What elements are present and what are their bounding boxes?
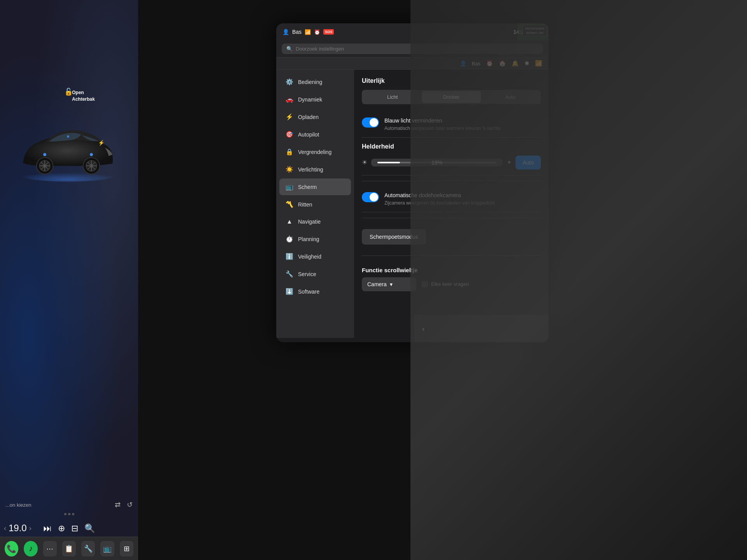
page-dots: [64, 513, 74, 515]
scroll-dropdown-value: Camera: [367, 281, 387, 287]
settings-sidebar: ⚙️ Bediening 🚗 Dynamiek ⚡ Opladen 🎯 Auto…: [276, 70, 354, 338]
workshop-background: [410, 0, 747, 560]
sidebar-item-service[interactable]: 🔧 Service: [279, 266, 351, 282]
open-trunk-label[interactable]: OpenAchterbak: [72, 89, 95, 103]
blue-light-toggle[interactable]: [362, 117, 379, 128]
bediening-label: Bediening: [298, 79, 322, 85]
phone-app-icon[interactable]: 📞: [5, 541, 18, 556]
temp-increase-button[interactable]: ›: [29, 524, 32, 532]
search-icon: 🔍: [286, 46, 293, 52]
software-label: Software: [298, 289, 319, 295]
blind-spot-knob: [370, 193, 378, 201]
spotify-app-icon[interactable]: ♪: [24, 541, 37, 556]
car-image: ⚡: [12, 109, 124, 187]
sidebar-item-software[interactable]: ⬇️ Software: [279, 283, 351, 300]
svg-point-17: [90, 153, 93, 156]
navigatie-icon: ▲: [286, 218, 293, 225]
header-user-name: Bas: [292, 29, 302, 35]
screen-app-icon[interactable]: 📺: [100, 541, 114, 556]
temp-decrease-button[interactable]: ‹: [4, 524, 6, 532]
dynamiek-label: Dynamiek: [298, 96, 322, 103]
header-wifi-icon: 📶: [305, 29, 311, 35]
temperature-display: ‹ 19.0 ›: [4, 523, 32, 534]
tiles-app-icon[interactable]: ⊞: [120, 541, 133, 556]
temperature-value: 19.0: [9, 523, 27, 534]
sidebar-item-vergrendeling[interactable]: 🔒 Vergrendeling: [279, 144, 351, 160]
verlichting-label: Verlichting: [298, 166, 323, 173]
equalizer-button[interactable]: ⊟: [71, 523, 78, 534]
sidebar-item-scherm[interactable]: 📺 Scherm: [279, 178, 351, 195]
media-source-label[interactable]: ...on kiezen: [5, 502, 32, 508]
dropdown-arrow-icon: ▾: [390, 281, 393, 287]
header-user-icon: 👤: [282, 29, 289, 35]
dots-app-icon[interactable]: ⋯: [43, 541, 57, 556]
sos-badge[interactable]: SOS: [323, 29, 334, 35]
svg-point-0: [23, 170, 113, 182]
trunk-unlock-icon[interactable]: 🔓: [64, 88, 73, 96]
dot-3: [72, 513, 74, 515]
autopilot-icon: 🎯: [286, 131, 293, 138]
vergrendeling-label: Vergrendeling: [298, 149, 331, 155]
add-media-button[interactable]: ⊕: [58, 523, 65, 534]
software-icon: ⬇️: [286, 288, 293, 295]
sidebar-item-opladen[interactable]: ⚡ Opladen: [279, 108, 351, 125]
scherm-icon: 📺: [286, 183, 293, 191]
ritten-icon: 〽️: [286, 201, 293, 208]
header-alarm-icon: ⏰: [314, 29, 320, 35]
calendar-app-icon[interactable]: 📋: [62, 541, 76, 556]
sidebar-item-planning[interactable]: ⏱️ Planning: [279, 231, 351, 247]
opladen-label: Opladen: [298, 114, 319, 120]
search-media-button[interactable]: 🔍: [84, 523, 95, 534]
veiligheid-label: Veiligheid: [298, 254, 321, 260]
service-icon: 🔧: [286, 270, 293, 278]
verlichting-icon: ☀️: [286, 166, 293, 173]
playback-controls: ⏭ ⊕ ⊟ 🔍: [43, 523, 95, 534]
dot-2: [68, 513, 70, 515]
sidebar-item-bediening[interactable]: ⚙️ Bediening: [279, 74, 351, 90]
toggle-knob: [370, 118, 378, 127]
planning-icon: ⏱️: [286, 235, 293, 243]
svg-text:⚡: ⚡: [98, 140, 105, 146]
brightness-low-icon: ☀: [362, 159, 367, 166]
ritten-label: Ritten: [298, 201, 312, 208]
shuffle-icon[interactable]: ⇄: [115, 500, 121, 509]
svg-point-18: [67, 135, 69, 138]
planning-label: Planning: [298, 236, 319, 242]
left-taskbar: 📞 ♪ ⋯ 📋 🔧 📺 ⊞: [0, 537, 138, 560]
scroll-dropdown[interactable]: Camera ▾: [362, 277, 416, 291]
skip-forward-button[interactable]: ⏭: [43, 523, 52, 534]
navigatie-label: Navigatie: [298, 219, 321, 225]
sidebar-item-veiligheid[interactable]: ℹ️ Veiligheid: [279, 248, 351, 265]
sidebar-item-dynamiek[interactable]: 🚗 Dynamiek: [279, 91, 351, 108]
sidebar-item-verlichting[interactable]: ☀️ Verlichting: [279, 161, 351, 178]
veiligheid-icon: ℹ️: [286, 253, 293, 260]
sidebar-item-navigatie[interactable]: ▲ Navigatie: [279, 214, 351, 230]
dot-1: [64, 513, 67, 515]
service-label: Service: [298, 271, 316, 277]
dynamiek-icon: 🚗: [286, 96, 293, 103]
vergrendeling-icon: 🔒: [286, 148, 293, 156]
opladen-icon: ⚡: [286, 113, 293, 121]
bediening-icon: ⚙️: [286, 78, 293, 86]
scherm-label: Scherm: [298, 184, 317, 190]
svg-point-16: [43, 153, 46, 156]
repeat-icon[interactable]: ↺: [127, 500, 133, 509]
blind-spot-toggle[interactable]: [362, 192, 379, 202]
sidebar-item-autopilot[interactable]: 🎯 Autopilot: [279, 126, 351, 143]
car-background: [0, 0, 138, 560]
sidebar-item-ritten[interactable]: 〽️ Ritten: [279, 196, 351, 213]
brightness-fill: [377, 162, 400, 163]
tools-app-icon[interactable]: 🔧: [81, 541, 95, 556]
autopilot-label: Autopilot: [298, 131, 319, 138]
media-source-bar: ...on kiezen ⇄ ↺: [0, 498, 138, 511]
